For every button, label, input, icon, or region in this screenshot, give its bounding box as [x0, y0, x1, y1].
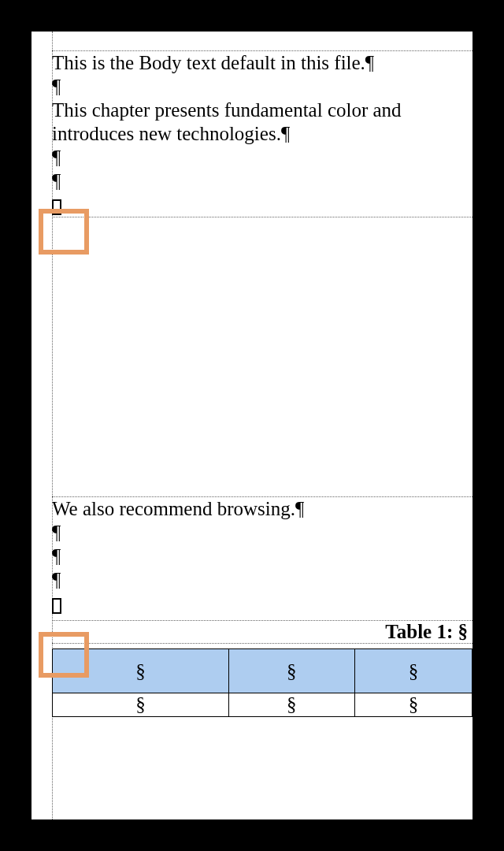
data-table[interactable]: § § § § § §: [52, 648, 472, 717]
table-caption[interactable]: Table 1: §: [52, 620, 472, 644]
document-page[interactable]: This is the Body text default in this fi…: [32, 32, 472, 819]
table-header-cell[interactable]: §: [354, 649, 472, 693]
paragraph-3[interactable]: We also recommend browsing.¶: [52, 497, 472, 521]
frame-placeholder[interactable]: [52, 217, 472, 496]
table-row: § § §: [53, 693, 472, 717]
empty-paragraph[interactable]: ¶: [52, 521, 472, 544]
anchor-icon: [52, 199, 61, 215]
table-header-cell[interactable]: §: [228, 649, 354, 693]
empty-paragraph[interactable]: ¶: [52, 544, 472, 568]
paragraph-1[interactable]: This is the Body text default in this fi…: [52, 51, 472, 75]
text-block-1: This is the Body text default in this fi…: [52, 50, 472, 217]
anchor-paragraph[interactable]: [52, 592, 472, 615]
table-cell[interactable]: §: [228, 693, 354, 717]
empty-paragraph[interactable]: ¶: [52, 169, 472, 193]
table-header-row: § § §: [53, 649, 472, 693]
empty-paragraph[interactable]: ¶: [52, 146, 472, 169]
table-header-cell[interactable]: §: [53, 649, 229, 693]
anchor-icon: [52, 598, 61, 614]
table-cell[interactable]: §: [53, 693, 229, 717]
paragraph-2[interactable]: This chapter presents fundamental color …: [52, 98, 472, 146]
table-cell[interactable]: §: [354, 693, 472, 717]
document-content[interactable]: This is the Body text default in this fi…: [52, 50, 472, 819]
empty-paragraph[interactable]: ¶: [52, 568, 472, 592]
text-block-2: We also recommend browsing.¶ ¶ ¶ ¶: [52, 496, 472, 615]
empty-paragraph[interactable]: ¶: [52, 75, 472, 98]
anchor-paragraph[interactable]: [52, 193, 472, 217]
